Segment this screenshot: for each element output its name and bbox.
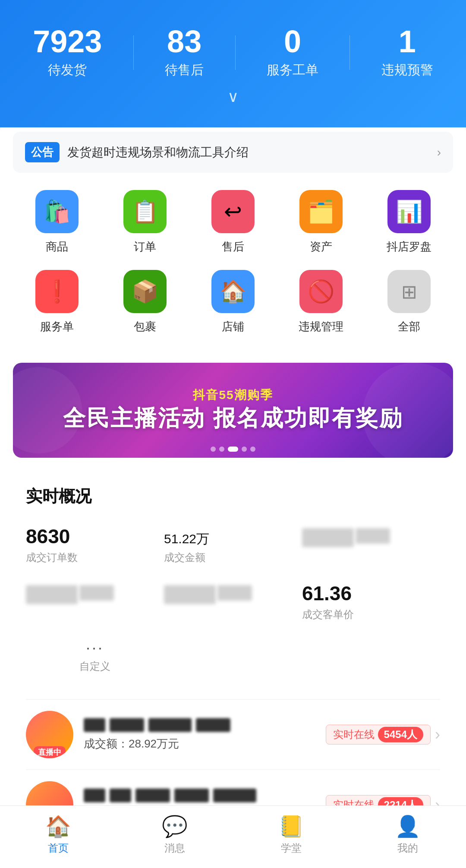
learn-nav-icon: 📒 <box>278 814 304 839</box>
stat-violation[interactable]: 1 违规预警 <box>381 26 433 79</box>
header: 7923 待发货 83 待售后 0 服务工单 1 违规预警 ∨ <box>0 0 466 127</box>
stat-number-pending-ship: 7923 <box>33 26 102 57</box>
home-nav-icon: 🏠 <box>45 814 71 839</box>
divider-3 <box>350 35 350 70</box>
rt-custom-label: 自定义 <box>79 659 110 673</box>
profile-nav-icon: 👤 <box>395 814 421 839</box>
nav-item-profile[interactable]: 👤 我的 <box>382 814 434 855</box>
menu-item-all[interactable]: ⊞ 全部 <box>365 270 453 334</box>
live-avatar-1: 直播中 <box>26 711 73 758</box>
banner-content: 抖音55潮购季 全民主播活动 报名成功即有奖励 <box>63 387 403 434</box>
promotional-banner[interactable]: 抖音55潮购季 全民主播活动 报名成功即有奖励 <box>13 363 453 458</box>
rt-amount-label: 成交金额 <box>164 551 302 564</box>
live-info-1: 成交额：28.92万元 <box>84 718 326 751</box>
menu-grid: 🛍️ 商品 📋 订单 ↩ 售后 🗂️ 资产 📊 抖店罗盘 ❗ 服务单 📦 包裹 <box>13 190 453 350</box>
menu-item-assets[interactable]: 🗂️ 资产 <box>277 190 365 254</box>
realtime-title: 实时概况 <box>26 485 440 507</box>
divider-2 <box>235 35 236 70</box>
menu-item-parcel[interactable]: 📦 包裹 <box>101 270 189 334</box>
online-count-1: 5454人 <box>378 727 423 742</box>
rt-custom[interactable]: ··· 自定义 <box>26 634 164 678</box>
live-stream-item-1[interactable]: 直播中 成交额：28.92万元 实时在线 5454人 › <box>26 699 440 770</box>
stat-label-service: 服务工单 <box>267 61 318 79</box>
nav-item-learn[interactable]: 📒 学堂 <box>265 814 317 855</box>
banner-subtitle: 抖音55潮购季 <box>63 387 403 403</box>
stat-label-after-sale: 待售后 <box>165 61 204 79</box>
compass-label: 抖店罗盘 <box>387 239 431 254</box>
assets-icon: 🗂️ <box>299 190 343 233</box>
realtime-section: 实时概况 8630 成交订单数 51.22万 成交金额 <box>13 471 453 855</box>
dot-5 <box>250 447 255 452</box>
rt-unit-price-number: 61.36 <box>302 582 440 605</box>
dot-2 <box>219 447 224 452</box>
live-name-blur-1d <box>196 718 230 732</box>
all-icon: ⊞ <box>387 270 431 313</box>
nav-item-home[interactable]: 🏠 首页 <box>32 814 84 855</box>
shop-icon: 🏠 <box>211 270 255 313</box>
live-name-blur-1b <box>110 718 144 732</box>
blurred-number-2 <box>26 585 78 604</box>
assets-label: 资产 <box>310 239 332 254</box>
online-text-1: 实时在线 <box>333 728 375 741</box>
announcement-bar[interactable]: 公告 发货超时违规场景和物流工具介绍 › <box>13 132 453 173</box>
announcement-tag: 公告 <box>25 142 60 162</box>
live-name-blur-2c <box>135 789 170 802</box>
service-icon: ❗ <box>35 270 79 313</box>
online-badge-wrap-1: 实时在线 5454人 <box>326 725 431 744</box>
live-badge-1: 直播中 <box>34 746 66 758</box>
all-label: 全部 <box>398 319 420 334</box>
live-name-blur-2a <box>84 789 105 802</box>
stat-number-service: 0 <box>267 26 318 57</box>
nav-label-home: 首页 <box>48 841 69 855</box>
expand-chevron[interactable]: ∨ <box>17 88 449 106</box>
aftersale-icon: ↩ <box>211 190 255 233</box>
dot-1 <box>211 447 216 452</box>
nav-label-learn: 学堂 <box>281 841 302 855</box>
menu-item-compass[interactable]: 📊 抖店罗盘 <box>365 190 453 254</box>
stat-after-sale[interactable]: 83 待售后 <box>165 26 204 79</box>
menu-item-violation[interactable]: 🚫 违规管理 <box>277 270 365 334</box>
menu-item-goods[interactable]: 🛍️ 商品 <box>13 190 101 254</box>
blurred-label-2 <box>79 585 114 601</box>
live-name-blur-2e <box>213 789 256 802</box>
order-label: 订单 <box>134 239 156 254</box>
violation-icon: 🚫 <box>299 270 343 313</box>
menu-item-shop[interactable]: 🏠 店铺 <box>189 270 277 334</box>
rt-order-number: 8630 <box>26 525 164 548</box>
dot-3-active <box>228 447 238 452</box>
menu-item-order[interactable]: 📋 订单 <box>101 190 189 254</box>
service-label: 服务单 <box>40 319 74 334</box>
rt-order-count: 8630 成交订单数 <box>26 520 164 569</box>
blurred-label-3 <box>217 585 252 601</box>
blurred-number-3 <box>164 585 216 604</box>
goods-icon: 🛍️ <box>35 190 79 233</box>
bottom-navigation: 🏠 首页 💬 消息 📒 学堂 👤 我的 <box>0 805 466 868</box>
rt-blurred-2 <box>26 577 164 626</box>
nav-label-message: 消息 <box>164 841 185 855</box>
stat-service-order[interactable]: 0 服务工单 <box>267 26 318 79</box>
stat-number-violation: 1 <box>381 26 433 57</box>
live-revenue-1: 成交额：28.92万元 <box>84 736 326 751</box>
rt-unit-price-label: 成交客单价 <box>302 608 440 621</box>
nav-item-message[interactable]: 💬 消息 <box>149 814 201 855</box>
blurred-label-1 <box>356 528 390 544</box>
live-arrow-icon-1: › <box>435 725 440 744</box>
divider-1 <box>133 35 134 70</box>
live-name-blur-2d <box>174 789 209 802</box>
rt-amount: 51.22万 成交金额 <box>164 520 302 569</box>
aftersale-label: 售后 <box>222 239 244 254</box>
announcement-text: 发货超时违规场景和物流工具介绍 <box>67 144 437 161</box>
menu-item-service[interactable]: ❗ 服务单 <box>13 270 101 334</box>
live-name-row-1 <box>84 718 326 732</box>
live-name-blur-1a <box>84 718 105 732</box>
stat-pending-ship[interactable]: 7923 待发货 <box>33 26 102 79</box>
live-name-blur-2b <box>110 789 131 802</box>
menu-item-aftersale[interactable]: ↩ 售后 <box>189 190 277 254</box>
main-content: 公告 发货超时违规场景和物流工具介绍 › 🛍️ 商品 📋 订单 ↩ 售后 🗂️ … <box>0 119 466 868</box>
nav-label-profile: 我的 <box>397 841 418 855</box>
parcel-label: 包裹 <box>134 319 156 334</box>
banner-dots <box>211 447 255 452</box>
rt-order-label: 成交订单数 <box>26 551 164 564</box>
stat-number-after-sale: 83 <box>165 26 204 57</box>
compass-icon: 📊 <box>387 190 431 233</box>
